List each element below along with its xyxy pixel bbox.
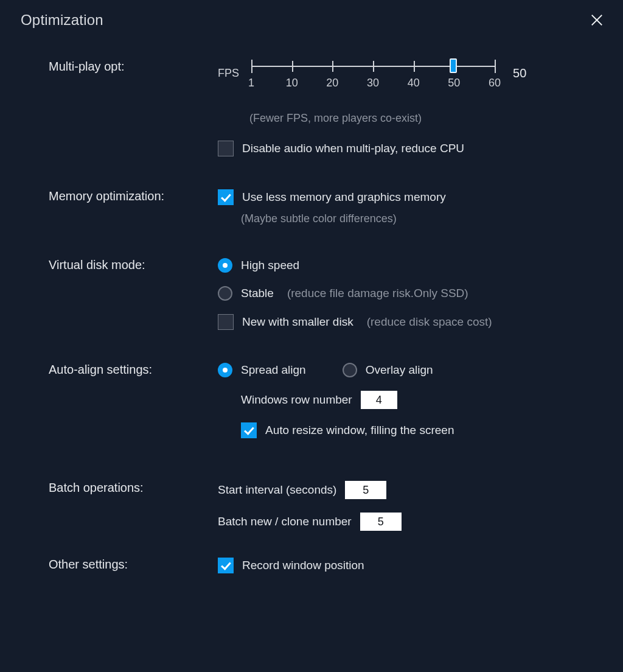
checkbox-box bbox=[218, 189, 234, 205]
label-autoalign: Auto-align settings: bbox=[49, 363, 218, 377]
radio-label: High speed bbox=[241, 259, 299, 272]
checkbox-label: Use less memory and graphics memory bbox=[242, 191, 446, 204]
clone-num-label: Batch new / clone number bbox=[218, 515, 352, 528]
record-pos-checkbox[interactable]: Record window position bbox=[218, 558, 602, 573]
label-batch: Batch operations: bbox=[49, 481, 218, 495]
radio-dot bbox=[218, 363, 232, 377]
vdisk-smaller-checkbox[interactable]: New with smaller disk (reduce disk space… bbox=[218, 314, 602, 330]
slider-tick-label: 40 bbox=[408, 77, 420, 89]
rownum-label: Windows row number bbox=[241, 393, 352, 407]
label-multi-play: Multi-play opt: bbox=[49, 60, 218, 74]
start-interval-input[interactable] bbox=[345, 481, 386, 499]
disable-audio-checkbox[interactable]: Disable audio when multi-play, reduce CP… bbox=[218, 141, 602, 156]
rownum-input[interactable] bbox=[361, 391, 397, 409]
row-multi-play: Multi-play opt: FPS 1 10 20 30 40 bbox=[49, 60, 602, 156]
slider-tick bbox=[251, 60, 252, 73]
checkbox-box bbox=[218, 314, 234, 330]
memory-hint: (Maybe subtle color differences) bbox=[241, 212, 602, 225]
auto-resize-checkbox[interactable]: Auto resize window, filling the screen bbox=[241, 422, 602, 438]
checkbox-label: Record window position bbox=[242, 559, 364, 572]
fps-hint: (Fewer FPS, more players co-exist) bbox=[249, 112, 602, 125]
slider-tick bbox=[373, 61, 374, 72]
radio-label: Stable bbox=[241, 287, 274, 300]
radio-label: Spread align bbox=[241, 363, 306, 377]
label-other: Other settings: bbox=[49, 558, 218, 572]
content: Multi-play opt: FPS 1 10 20 30 40 bbox=[0, 39, 623, 573]
checkbox-label: New with smaller disk bbox=[242, 315, 353, 329]
row-autoalign: Auto-align settings: Spread align Overla… bbox=[49, 363, 602, 438]
fps-value: 50 bbox=[513, 66, 537, 80]
clone-num-input[interactable] bbox=[360, 513, 402, 531]
label-memory: Memory optimization: bbox=[49, 189, 218, 203]
vdisk-high-speed-radio[interactable]: High speed bbox=[218, 258, 602, 273]
checkbox-box bbox=[241, 422, 257, 438]
slider-tick bbox=[495, 60, 496, 73]
slider-tick-label: 30 bbox=[367, 77, 379, 89]
dialog-title: Optimization bbox=[21, 12, 103, 29]
slider-tick-label: 50 bbox=[448, 77, 460, 89]
checkbox-label: Auto resize window, filling the screen bbox=[265, 424, 454, 437]
row-other: Other settings: Record window position bbox=[49, 558, 602, 573]
radio-dot bbox=[218, 258, 232, 273]
slider-tick-label: 60 bbox=[489, 77, 501, 89]
radio-sub: (reduce file damage risk.Only SSD) bbox=[287, 287, 468, 300]
checkbox-box bbox=[218, 558, 234, 573]
slider-tick-label: 10 bbox=[286, 77, 298, 89]
radio-label: Overlay align bbox=[366, 363, 433, 377]
row-batch: Batch operations: Start interval (second… bbox=[49, 481, 602, 531]
overlay-align-radio[interactable]: Overlay align bbox=[343, 363, 433, 377]
vdisk-stable-radio[interactable]: Stable (reduce file damage risk.Only SSD… bbox=[218, 286, 602, 301]
checkbox-box bbox=[218, 141, 234, 156]
checkbox-sub: (reduce disk space cost) bbox=[367, 315, 492, 329]
checkbox-label: Disable audio when multi-play, reduce CP… bbox=[242, 142, 464, 155]
fps-prefix: FPS bbox=[218, 67, 239, 80]
radio-dot bbox=[343, 363, 357, 377]
fps-slider[interactable]: 1 10 20 30 40 50 60 bbox=[251, 60, 495, 86]
row-memory: Memory optimization: Use less memory and… bbox=[49, 189, 602, 225]
close-button[interactable] bbox=[585, 9, 608, 32]
row-vdisk: Virtual disk mode: High speed Stable (re… bbox=[49, 258, 602, 330]
slider-tick-label: 20 bbox=[326, 77, 338, 89]
slider-tick bbox=[332, 61, 333, 72]
use-less-memory-checkbox[interactable]: Use less memory and graphics memory bbox=[218, 189, 602, 205]
titlebar: Optimization bbox=[0, 0, 623, 39]
slider-tick bbox=[292, 61, 293, 72]
radio-dot bbox=[218, 286, 232, 301]
close-icon bbox=[590, 13, 604, 27]
spread-align-radio[interactable]: Spread align bbox=[218, 363, 306, 377]
label-vdisk: Virtual disk mode: bbox=[49, 258, 218, 272]
slider-handle[interactable] bbox=[450, 58, 457, 73]
slider-tick-label: 1 bbox=[248, 77, 254, 89]
start-interval-label: Start interval (seconds) bbox=[218, 483, 336, 497]
slider-tick bbox=[414, 61, 415, 72]
